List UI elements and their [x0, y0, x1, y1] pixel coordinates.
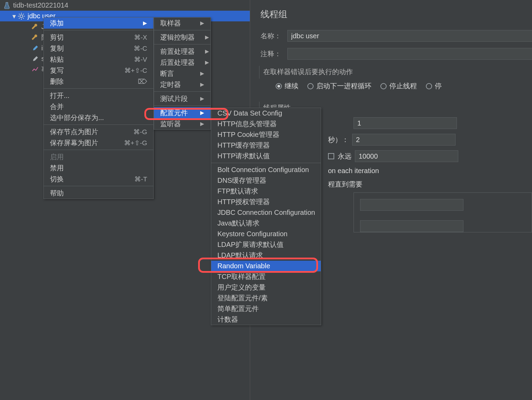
menu-item[interactable]: Keystore Configuration — [211, 229, 321, 239]
wrench-icon — [32, 34, 39, 41]
menu-item[interactable]: HTTP信息头管理器 — [211, 119, 321, 129]
menu-item[interactable]: 合并 — [44, 101, 153, 112]
menu-item-label: 保存节点为图片 — [50, 127, 98, 137]
menu-item[interactable]: 打开... — [44, 90, 153, 101]
menu-item[interactable]: HTTP请求默认值 — [211, 151, 321, 161]
panel-title: 线程组 — [260, 8, 532, 20]
extra-input-2[interactable] — [360, 220, 463, 232]
menu-item[interactable]: 逻辑控制器▶ — [154, 32, 211, 43]
menu-item[interactable]: 剪切⌘-X — [44, 32, 153, 43]
add-submenu: 取样器▶逻辑控制器▶前置处理器▶后置处理器▶断言▶定时器▶测试片段▶配置元件▶监… — [154, 17, 211, 130]
menu-item-label: Keystore Configuration — [217, 230, 287, 238]
menu-item[interactable]: Bolt Connection Configuration — [211, 164, 321, 175]
menu-item[interactable]: 取样器▶ — [154, 18, 211, 29]
menu-item[interactable]: 保存屏幕为图片⌘+⇧-G — [44, 137, 153, 148]
chevron-down-icon: ▾ — [12, 12, 16, 20]
menu-item-label: JDBC Connection Configuration — [217, 209, 315, 217]
radio-next-loop[interactable]: 启动下一进程循环 — [307, 81, 371, 91]
menu-item-label: 后置处理器 — [160, 58, 195, 67]
name-input[interactable] — [287, 30, 532, 42]
submenu-arrow-icon: ▶ — [200, 81, 204, 88]
menu-item[interactable]: 粘贴⌘-V — [44, 54, 153, 65]
forever-checkbox[interactable] — [328, 153, 334, 159]
svg-point-0 — [20, 15, 23, 18]
name-label: 名称： — [260, 31, 287, 41]
menu-item[interactable]: 复制⌘-C — [44, 43, 153, 54]
menu-item[interactable]: 后置处理器▶ — [154, 57, 211, 68]
menu-item[interactable]: Java默认请求 — [211, 218, 321, 229]
menu-item[interactable]: 复写⌘+⇧-C — [44, 65, 153, 76]
menu-item[interactable]: 删除⌦ — [44, 76, 153, 87]
radio-stop[interactable]: 停 — [426, 81, 442, 91]
menu-item-label: 用户定义的变量 — [217, 283, 266, 292]
name-row: 名称： — [260, 30, 532, 42]
radio-label: 启动下一进程循环 — [316, 81, 371, 91]
menu-item[interactable]: Random Variable — [211, 261, 321, 271]
comment-input[interactable] — [287, 48, 532, 60]
menu-item[interactable]: CSV Data Set Config — [211, 108, 321, 119]
menu-item-label: 前置处理器 — [160, 47, 195, 56]
menu-item[interactable]: TCP取样器配置 — [211, 271, 321, 282]
menu-item-label: 保存屏幕为图片 — [50, 138, 98, 148]
loop-input[interactable] — [355, 150, 458, 162]
wrench-icon — [32, 23, 39, 30]
menu-item[interactable]: 简单配置元件 — [211, 303, 321, 314]
menu-item-label: DNS缓存管理器 — [217, 176, 266, 185]
submenu-arrow-icon: ▶ — [143, 20, 147, 26]
menu-item[interactable]: 切换⌘-T — [44, 173, 153, 184]
menu-item[interactable]: DNS缓存管理器 — [211, 175, 321, 186]
submenu-arrow-icon: ▶ — [200, 110, 204, 116]
menu-item[interactable]: 保存节点为图片⌘-G — [44, 126, 153, 137]
menu-item[interactable]: 禁用 — [44, 162, 153, 173]
menu-item[interactable]: 定时器▶ — [154, 79, 211, 90]
menu-item-label: HTTP授权管理器 — [217, 197, 270, 207]
menu-item-label: 简单配置元件 — [217, 304, 259, 313]
menu-item-label: 合并 — [50, 102, 64, 111]
menu-item-label: CSV Data Set Config — [217, 109, 282, 117]
menu-item[interactable]: 添加▶ — [44, 18, 153, 29]
menu-item[interactable]: 选中部分保存为... — [44, 112, 153, 123]
menu-item-label: FTP默认请求 — [217, 187, 258, 196]
ramp-label: 秒）： — [328, 135, 349, 144]
menu-item[interactable]: 断言▶ — [154, 68, 211, 79]
menu-item[interactable]: 配置元件▶ — [154, 107, 211, 118]
menu-item[interactable]: HTTP缓存管理器 — [211, 140, 321, 151]
menu-item[interactable]: JDBC Connection Configuration — [211, 207, 321, 218]
menu-item[interactable]: LDAP扩展请求默认值 — [211, 239, 321, 250]
tree-root[interactable]: tidb-test20221014 — [0, 0, 250, 11]
menu-item-label: HTTP缓存管理器 — [217, 141, 270, 150]
menu-item[interactable]: 监听器▶ — [154, 118, 211, 129]
svg-line-6 — [23, 18, 24, 19]
menu-item-label: LDAP扩展请求默认值 — [217, 240, 284, 249]
threads-input[interactable] — [354, 117, 457, 129]
comment-row: 注释： — [260, 48, 532, 60]
until-needed-label: 程直到需要 — [328, 180, 362, 189]
menu-item[interactable]: 帮助 — [44, 188, 153, 199]
menu-item-label: 启用 — [50, 152, 64, 162]
extra-input-1[interactable] — [360, 199, 463, 211]
forever-label: 永远 — [338, 152, 351, 161]
submenu-arrow-icon: ▶ — [200, 70, 204, 77]
ramp-input[interactable] — [352, 134, 456, 146]
menu-item-label: 断言 — [160, 69, 174, 78]
menu-item[interactable]: FTP默认请求 — [211, 186, 321, 197]
menu-item[interactable]: HTTP Cookie管理器 — [211, 129, 321, 140]
menu-item[interactable]: 前置处理器▶ — [154, 46, 211, 57]
menu-shortcut: ⌘+⇧-G — [124, 139, 147, 147]
menu-item-label: HTTP信息头管理器 — [217, 119, 277, 129]
menu-item[interactable]: LDAP默认请求 — [211, 250, 321, 261]
each-iteration-label: on each iteration — [328, 167, 379, 175]
menu-item-label: 逻辑控制器 — [160, 33, 195, 42]
radio-stop-thread[interactable]: 停止线程 — [380, 81, 417, 91]
menu-item[interactable]: HTTP授权管理器 — [211, 197, 321, 207]
menu-item[interactable]: 测试片段▶ — [154, 93, 211, 104]
tree-root-label: tidb-test20221014 — [13, 1, 68, 9]
radio-continue[interactable]: 继续 — [276, 81, 298, 91]
menu-item-label: 登陆配置元件/素 — [217, 293, 268, 303]
menu-item[interactable]: 计数器 — [211, 314, 321, 325]
dropper-icon — [32, 45, 39, 52]
radio-dot-icon — [426, 83, 432, 89]
menu-item[interactable]: 用户定义的变量 — [211, 282, 321, 293]
menu-item[interactable]: 登陆配置元件/素 — [211, 293, 321, 303]
beaker-icon — [3, 2, 10, 9]
